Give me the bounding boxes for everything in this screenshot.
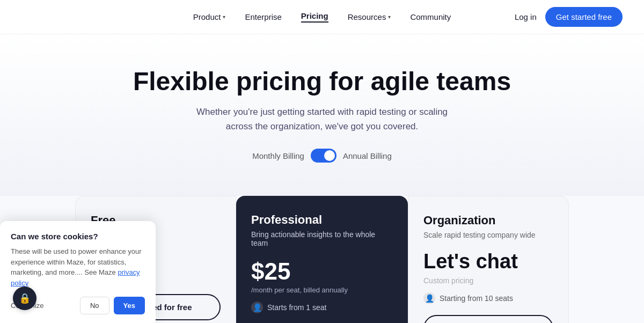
navbar: Product ▾ Enterprise Pricing Resources ▾…	[0, 0, 644, 34]
nav-item-community[interactable]: Community	[410, 12, 451, 21]
hero-title: Flexible pricing for agile teams	[11, 67, 633, 96]
nav-label-resources: Resources	[348, 12, 386, 21]
cookie-yes-button[interactable]: Yes	[114, 297, 145, 314]
cookie-buttons: No Yes	[80, 297, 145, 314]
org-cta-button[interactable]: Contact us	[423, 315, 553, 323]
org-card: Organization Scale rapid testing company…	[408, 196, 569, 323]
nav-label-product: Product	[193, 12, 221, 21]
monthly-billing-label: Monthly Billing	[252, 151, 304, 160]
get-started-nav-button[interactable]: Get started free	[545, 7, 623, 27]
pro-seats-text: Starts from 1 seat	[267, 303, 326, 312]
chevron-down-icon-resources: ▾	[388, 14, 391, 20]
nav-actions: Log in Get started free	[515, 7, 623, 27]
toggle-knob	[324, 150, 335, 161]
nav-label-pricing: Pricing	[301, 11, 328, 20]
org-card-subtitle: Scale rapid testing company wide	[423, 231, 553, 239]
pro-price: $25	[251, 258, 393, 285]
pro-seats-info: 👤 Starts from 1 seat	[251, 302, 393, 313]
lock-badge[interactable]: 🔒	[13, 287, 36, 310]
cookie-no-button[interactable]: No	[80, 297, 109, 314]
seat-icon-pro: 👤	[251, 302, 263, 313]
nav-item-enterprise[interactable]: Enterprise	[245, 12, 281, 21]
hero-section: Flexible pricing for agile teams Whether…	[0, 34, 644, 196]
org-card-title: Organization	[423, 214, 553, 227]
nav-item-pricing[interactable]: Pricing	[301, 11, 328, 23]
cookie-title: Can we store cookies?	[11, 232, 145, 241]
org-seats-text: Starting from 10 seats	[440, 294, 513, 303]
pro-card-subtitle: Bring actionable insights to the whole t…	[251, 230, 393, 247]
login-button[interactable]: Log in	[515, 12, 537, 21]
billing-toggle: Monthly Billing Annual Billing	[11, 149, 633, 163]
pro-price-note: /month per seat, billed annually	[251, 286, 393, 294]
nav-label-community: Community	[410, 12, 451, 21]
hero-subtitle: Whether you're just getting started with…	[193, 105, 451, 134]
annual-billing-label: Annual Billing	[343, 151, 392, 160]
org-seats-info: 👤 Starting from 10 seats	[423, 292, 553, 304]
pro-card-title: Professional	[251, 213, 393, 227]
nav-item-resources[interactable]: Resources ▾	[348, 12, 391, 21]
nav-item-product[interactable]: Product ▾	[193, 12, 226, 21]
seat-icon-org: 👤	[423, 292, 435, 304]
pro-card: Professional Bring actionable insights t…	[236, 196, 408, 323]
org-custom-pricing: Custom pricing	[423, 276, 553, 285]
chevron-down-icon: ▾	[223, 14, 225, 20]
nav-label-enterprise: Enterprise	[245, 12, 281, 21]
lock-icon: 🔒	[19, 292, 31, 304]
cookie-text: These will be used to power enhance your…	[11, 246, 145, 288]
org-chat-title: Let's chat	[423, 250, 553, 273]
billing-toggle-switch[interactable]	[311, 149, 336, 163]
